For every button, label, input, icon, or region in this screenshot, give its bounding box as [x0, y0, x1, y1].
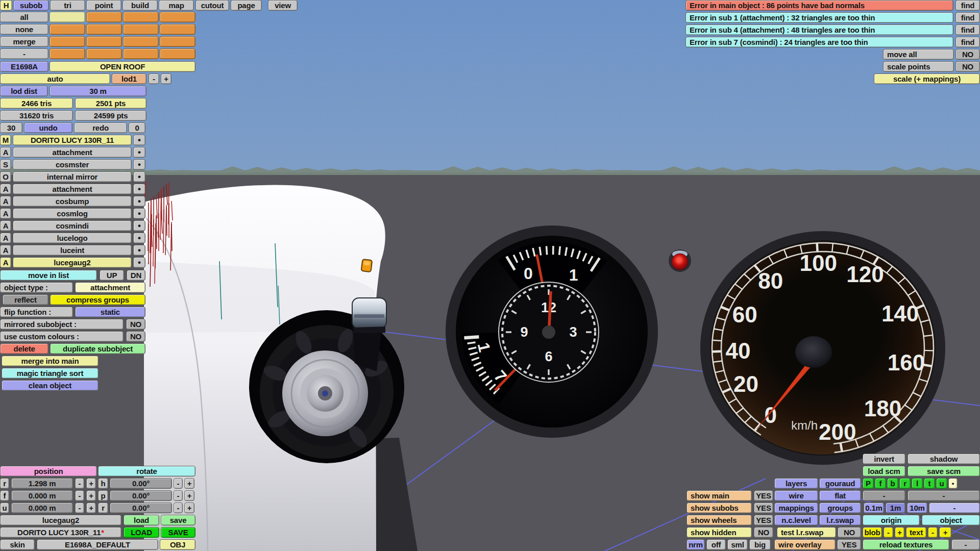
load-subobject-button[interactable]: load — [124, 515, 159, 525]
grid-1m-button[interactable]: 1m — [886, 503, 905, 513]
subobject-type[interactable]: S — [0, 159, 11, 170]
select-merge-button[interactable]: merge — [0, 36, 48, 47]
lod-auto-button[interactable]: auto — [0, 73, 110, 84]
lod-plus-button[interactable]: + — [161, 73, 172, 84]
pos-plus-button[interactable]: + — [86, 490, 96, 501]
reload-textures-button[interactable]: reload textures — [863, 539, 949, 550]
mappings-button[interactable]: mappings — [774, 503, 818, 513]
subobject-item[interactable]: cosmlog — [13, 208, 132, 219]
subobject-visibility-toggle[interactable]: • — [133, 196, 145, 207]
flat-button[interactable]: flat — [819, 490, 861, 501]
blob-label[interactable]: blob — [863, 527, 882, 538]
nrm-button[interactable]: nrm — [687, 539, 705, 550]
menu-item-map[interactable]: map — [159, 0, 194, 11]
nrm-big-button[interactable]: big — [749, 539, 771, 550]
duplicate-subobject-button[interactable]: duplicate subobject — [50, 343, 145, 354]
channel-toggle-b[interactable]: b — [887, 478, 898, 489]
subobject-item-selected[interactable]: lucegaug2 — [13, 257, 132, 268]
subobject-type[interactable]: A — [0, 257, 11, 268]
model-id[interactable]: E1698A — [0, 61, 48, 72]
blob-plus-button[interactable]: + — [895, 527, 904, 538]
text-label[interactable]: text — [906, 527, 926, 538]
invert-button[interactable]: invert — [863, 454, 905, 464]
palette-cell[interactable] — [123, 24, 159, 35]
palette-cell[interactable] — [123, 36, 159, 47]
pos-minus-button[interactable]: - — [75, 490, 84, 501]
subobject-type[interactable]: A — [0, 245, 11, 256]
find-button[interactable]: find — [955, 37, 980, 47]
blob-minus-button[interactable]: - — [884, 527, 893, 538]
rot-value[interactable]: 0.00° — [110, 503, 172, 513]
palette-cell[interactable] — [86, 36, 122, 47]
subobject-visibility-toggle[interactable]: • — [133, 245, 145, 256]
scale-points-toggle[interactable]: NO — [955, 61, 980, 72]
nrm-off-button[interactable]: off — [706, 539, 726, 550]
merge-into-main-button[interactable]: merge into main — [2, 356, 99, 366]
wire-button[interactable]: wire — [774, 490, 818, 501]
subobject-item[interactable]: lucelogo — [13, 233, 132, 243]
channel-toggle-f[interactable]: f — [875, 478, 886, 489]
show-subobs-toggle[interactable]: YES — [754, 503, 773, 513]
palette-cell[interactable] — [123, 48, 159, 59]
menu-item-page[interactable]: page — [231, 0, 262, 11]
lod-level[interactable]: lod1 — [112, 73, 146, 84]
redo-button[interactable]: redo — [74, 122, 127, 133]
menu-item-cutout[interactable]: cutout — [195, 0, 229, 11]
dash-button[interactable]: - — [908, 490, 980, 501]
grid-10m-button[interactable]: 10m — [907, 503, 927, 513]
grid-0.1m-button[interactable]: 0.1m — [864, 503, 884, 513]
scale-mappings-button[interactable]: scale (+ mappings) — [874, 73, 980, 84]
subobject-visibility-toggle[interactable]: • — [133, 233, 145, 243]
lod-dist-value[interactable]: 30 m — [50, 86, 146, 96]
move-all-toggle[interactable]: NO — [955, 49, 980, 60]
subobject-type[interactable]: A — [0, 208, 11, 219]
subobject-main[interactable]: DORITO LUCY 130R_11 — [13, 135, 132, 145]
load-model-button[interactable]: LOAD — [124, 527, 159, 538]
select-minus-button[interactable]: - — [0, 48, 48, 59]
pos-plus-button[interactable]: + — [86, 503, 96, 513]
save-model-button[interactable]: SAVE — [161, 527, 195, 538]
show-main-label[interactable]: show main — [687, 490, 752, 501]
model-name[interactable]: OPEN ROOF — [50, 61, 195, 72]
subobject-visibility-toggle[interactable]: • — [133, 208, 145, 219]
lrswap-button[interactable]: l.r.swap — [819, 515, 861, 525]
subobject-filename[interactable]: lucegaug2 — [0, 515, 121, 525]
find-button[interactable]: find — [955, 12, 980, 23]
palette-cell[interactable] — [160, 36, 195, 47]
channel-dot-toggle[interactable]: • — [948, 478, 958, 489]
text-plus-button[interactable]: + — [939, 527, 951, 538]
rot-minus-button[interactable]: - — [174, 478, 183, 489]
undo-button[interactable]: undo — [24, 122, 72, 133]
palette-cell[interactable] — [50, 12, 85, 22]
show-hidden-label[interactable]: show hidden — [687, 527, 752, 538]
show-wheels-toggle[interactable]: YES — [754, 515, 773, 525]
obj-export-button[interactable]: OBJ — [160, 539, 195, 550]
subobject-item[interactable]: internal mirror — [13, 171, 132, 182]
subobject-type[interactable]: A — [0, 196, 11, 207]
select-none-button[interactable]: none — [0, 24, 48, 35]
find-button[interactable]: find — [955, 0, 980, 11]
subobject-type[interactable]: A — [0, 233, 11, 243]
subobject-visibility-toggle[interactable]: • — [133, 171, 145, 182]
lod-minus-button[interactable]: - — [149, 73, 159, 84]
palette-cell[interactable] — [50, 36, 85, 47]
pos-value[interactable]: 0.000 m — [11, 503, 73, 513]
custom-colours-toggle[interactable]: NO — [126, 331, 145, 342]
subobject-visibility-toggle[interactable]: • — [133, 220, 145, 231]
subobject-item[interactable]: cosmster — [13, 159, 132, 170]
subobject-visibility-toggle[interactable]: • — [133, 147, 145, 158]
grid-dash-button[interactable]: - — [929, 503, 980, 513]
wire-overlay-toggle[interactable]: YES — [837, 539, 861, 550]
rot-value[interactable]: 0.00° — [110, 478, 172, 489]
shadow-button[interactable]: shadow — [908, 454, 980, 464]
mirrored-subobject-toggle[interactable]: NO — [126, 319, 145, 330]
palette-cell[interactable] — [160, 12, 195, 22]
pos-plus-button[interactable]: + — [86, 478, 96, 489]
subobject-visibility-toggle[interactable]: • — [133, 257, 145, 268]
origin-button[interactable]: origin — [863, 515, 920, 525]
move-up-button[interactable]: UP — [100, 270, 124, 281]
rot-minus-button[interactable]: - — [174, 490, 183, 501]
rot-plus-button[interactable]: + — [184, 503, 194, 513]
text-minus-button[interactable]: - — [928, 527, 938, 538]
subobject-type[interactable]: A — [0, 220, 11, 231]
